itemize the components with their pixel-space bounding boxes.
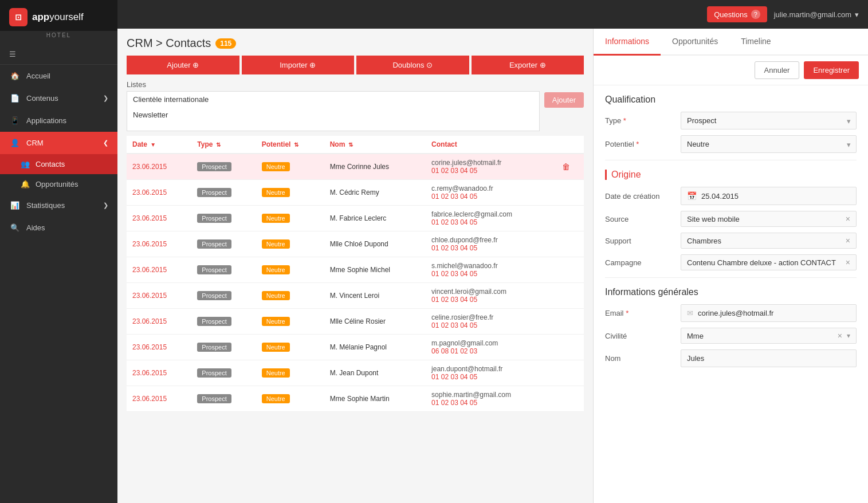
tab-informations[interactable]: Informations <box>594 29 661 56</box>
enregistrer-button[interactable]: Enregistrer <box>804 61 859 79</box>
table-row[interactable]: 23.06.2015 Prospect Neutre M. Jean Dupon… <box>127 360 584 386</box>
sidebar-item-crm[interactable]: 👤 CRM ❮ <box>0 132 117 154</box>
sidebar-item-label: Aides <box>26 223 45 232</box>
table-row[interactable]: 23.06.2015 Prospect Neutre Mme Corinne J… <box>127 154 584 180</box>
topbar: Questions ? julie.martin@gmail.com ▾ <box>117 0 868 29</box>
exporter-button[interactable]: Exporter ⊕ <box>472 56 584 74</box>
contact-name: M. Cédric Remy <box>330 188 379 197</box>
campagne-clear-icon[interactable]: × <box>846 258 850 267</box>
date-link[interactable]: 23.06.2015 <box>132 240 167 248</box>
source-field[interactable]: Site web mobile × <box>681 211 857 227</box>
infos-generales-title: Informations générales <box>605 287 857 297</box>
col-potentiel[interactable]: Potentiel ⇅ <box>256 136 324 154</box>
calendar-icon: 📅 <box>687 191 697 201</box>
potentiel-select[interactable]: Neutre <box>681 135 857 153</box>
nom-input[interactable] <box>681 349 857 367</box>
sort-icon: ▼ <box>150 142 156 148</box>
cell-nom: Mme Sophie Michel <box>324 257 426 283</box>
tab-opportunites[interactable]: Opportunités <box>661 29 729 56</box>
source-clear-icon[interactable]: × <box>846 214 850 223</box>
user-menu[interactable]: julie.martin@gmail.com ▾ <box>774 10 859 19</box>
date-link[interactable]: 23.06.2015 <box>132 317 167 325</box>
date-link[interactable]: 23.06.2015 <box>132 395 167 403</box>
sidebar-item-contenus[interactable]: 📄 Contenus ❯ <box>0 87 117 109</box>
questions-button[interactable]: Questions ? <box>707 6 767 22</box>
listes-ajouter-button[interactable]: Ajouter <box>544 92 584 108</box>
sidebar-item-accueil[interactable]: 🏠 Accueil <box>0 65 117 87</box>
contact-email: m.pagnol@gmail.com <box>431 339 551 347</box>
tab-timeline[interactable]: Timeline <box>729 29 782 56</box>
cell-potentiel: Neutre <box>256 180 324 206</box>
sidebar-item-opportunites[interactable]: 🔔 Opportunités <box>0 174 117 194</box>
contact-name: M. Jean Dupont <box>330 369 379 377</box>
col-date[interactable]: Date ▼ <box>127 136 191 154</box>
chevron-left-icon: ❮ <box>103 139 108 147</box>
support-field[interactable]: Chambres × <box>681 233 857 249</box>
date-link[interactable]: 23.06.2015 <box>132 188 167 197</box>
cell-type: Prospect <box>191 180 256 206</box>
civilite-clear-icon[interactable]: × <box>838 331 842 340</box>
civilite-value: Mme <box>687 332 704 340</box>
logo-icon: ⊡ <box>9 8 28 26</box>
table-row[interactable]: 23.06.2015 Prospect Neutre M. Vincent Le… <box>127 283 584 309</box>
potentiel-badge: Neutre <box>262 291 290 300</box>
annuler-button[interactable]: Annuler <box>755 61 800 79</box>
date-link[interactable]: 23.06.2015 <box>132 214 167 222</box>
civilite-field[interactable]: Mme × ▾ <box>681 328 857 344</box>
date-link[interactable]: 23.06.2015 <box>132 266 167 274</box>
table-row[interactable]: 23.06.2015 Prospect Neutre Mme Sophie Ma… <box>127 386 584 412</box>
table-row[interactable]: 23.06.2015 Prospect Neutre Mlle Chloé Du… <box>127 231 584 257</box>
date-link[interactable]: 23.06.2015 <box>132 343 167 351</box>
delete-icon[interactable]: 🗑 <box>562 162 570 171</box>
date-creation-row: Date de création 📅 25.04.2015 <box>605 187 857 205</box>
potentiel-badge: Neutre <box>262 265 290 274</box>
table-row[interactable]: 23.06.2015 Prospect Neutre M. Cédric Rem… <box>127 180 584 206</box>
table-row[interactable]: 23.06.2015 Prospect Neutre Mlle Céline R… <box>127 309 584 335</box>
col-contact: Contact <box>426 136 556 154</box>
date-creation-field[interactable]: 📅 25.04.2015 <box>681 187 857 205</box>
table-row[interactable]: 23.06.2015 Prospect Neutre Mme Sophie Mi… <box>127 257 584 283</box>
cell-potentiel: Neutre <box>256 335 324 360</box>
cell-date: 23.06.2015 <box>127 231 191 257</box>
campagne-field[interactable]: Contenu Chambre deluxe - action CONTACT … <box>681 254 857 270</box>
sort-icon: ⇅ <box>216 142 221 148</box>
type-label: Type * <box>605 116 674 125</box>
cell-delete <box>556 206 584 231</box>
email-field[interactable]: ✉ corine.jules@hotmail.fr <box>681 304 857 322</box>
cell-potentiel: Neutre <box>256 283 324 309</box>
date-link[interactable]: 23.06.2015 <box>132 369 167 377</box>
search-icon: 🔍 <box>9 223 21 232</box>
col-actions <box>556 136 584 154</box>
table-row[interactable]: 23.06.2015 Prospect Neutre M. Fabrice Le… <box>127 206 584 231</box>
logo-area: ⊡ appyourself <box>0 0 117 31</box>
logo-text: appyourself <box>32 11 84 23</box>
right-tabs: Informations Opportunités Timeline <box>594 29 868 56</box>
contact-name: M. Vincent Leroi <box>330 292 380 300</box>
source-row: Source Site web mobile × <box>605 211 857 227</box>
list-item[interactable]: Newsletter <box>127 107 539 123</box>
sidebar-item-statistiques[interactable]: 📊 Statistiques ❯ <box>0 194 117 217</box>
date-link[interactable]: 23.06.2015 <box>132 292 167 300</box>
stats-icon: 📊 <box>9 201 21 210</box>
col-type[interactable]: Type ⇅ <box>191 136 256 154</box>
list-item[interactable]: Clientèle internationale <box>127 92 539 107</box>
table-row[interactable]: 23.06.2015 Prospect Neutre M. Mélanie Pa… <box>127 335 584 360</box>
sidebar-item-aides[interactable]: 🔍 Aides <box>0 217 117 239</box>
sidebar-item-label: CRM <box>26 139 44 147</box>
type-select[interactable]: Prospect <box>681 112 857 129</box>
hamburger-menu[interactable]: ☰ <box>0 44 117 65</box>
sidebar-item-applications[interactable]: 📱 Applications <box>0 109 117 132</box>
ajouter-button[interactable]: Ajouter ⊕ <box>127 56 239 74</box>
nom-label: Nom <box>605 354 674 363</box>
cell-delete <box>556 386 584 412</box>
cell-potentiel: Neutre <box>256 257 324 283</box>
importer-button[interactable]: Importer ⊕ <box>242 56 355 74</box>
sidebar-item-contacts[interactable]: 👥 Contacts <box>0 154 117 174</box>
date-link[interactable]: 23.06.2015 <box>132 163 167 171</box>
col-nom[interactable]: Nom ⇅ <box>324 136 426 154</box>
contact-phone: 01 02 03 04 05 <box>431 321 551 329</box>
doublons-button[interactable]: Doublons ⊙ <box>356 56 469 74</box>
cell-nom: M. Jean Dupont <box>324 360 426 386</box>
listes-dropdown[interactable]: Clientèle internationale Newsletter <box>127 91 540 131</box>
support-clear-icon[interactable]: × <box>846 236 850 245</box>
